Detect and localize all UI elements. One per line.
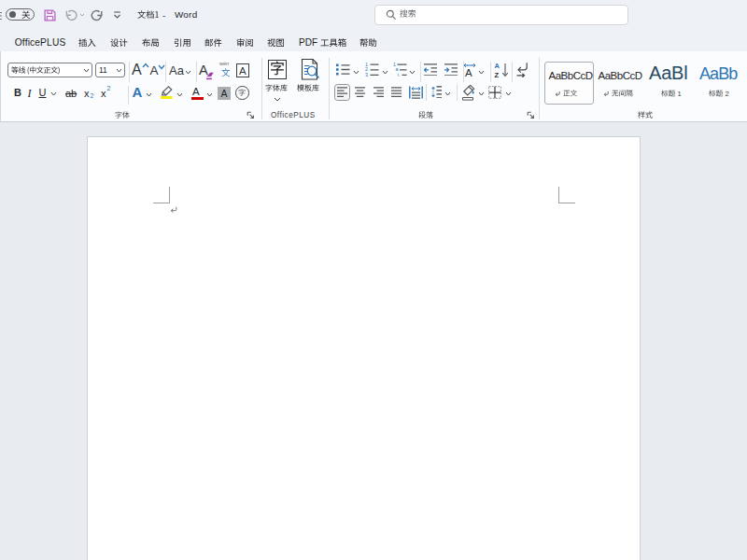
svg-text:3: 3: [365, 72, 368, 77]
svg-text:i: i: [398, 72, 399, 77]
